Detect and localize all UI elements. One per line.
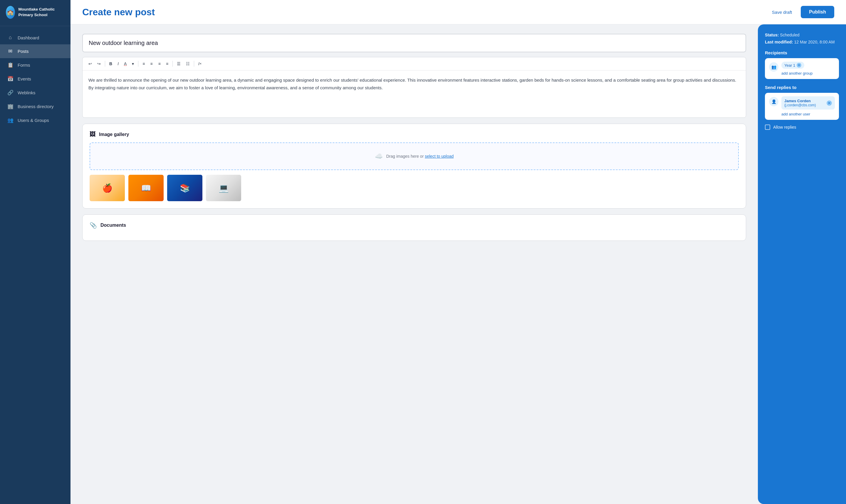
- documents-header: 📎 Documents: [90, 222, 739, 229]
- bold-button[interactable]: B: [107, 60, 114, 68]
- image-thumb-1[interactable]: 🍎: [90, 175, 125, 201]
- top-header: Create new post Save draft Publish: [71, 0, 846, 24]
- save-draft-button[interactable]: Save draft: [768, 7, 796, 17]
- clear-format-button[interactable]: I✕: [196, 60, 204, 68]
- add-group-link[interactable]: add another group: [781, 71, 812, 75]
- events-icon: 📅: [7, 76, 14, 82]
- editor-panel: ↩ ↪ B I A ▾ ≡ ≡ ≡ ≡ ☰ ☷ I✕: [71, 24, 758, 504]
- reply-tag-inner: James Corden (j.corden@cbs.com): [784, 99, 816, 107]
- school-logo-avatar: 🏫: [6, 6, 15, 19]
- header-actions: Save draft Publish: [768, 6, 834, 18]
- image-gallery-header: 🖼 Image gallery: [90, 131, 739, 138]
- undo-button[interactable]: ↩: [86, 60, 94, 68]
- recipients-tags-area: Year 1 ✕ add another group: [781, 62, 812, 75]
- year1-tag-remove[interactable]: ✕: [797, 63, 802, 68]
- add-user-link[interactable]: add another user: [781, 112, 835, 116]
- content-area: ↩ ↪ B I A ▾ ≡ ≡ ≡ ≡ ☰ ☷ I✕: [71, 24, 846, 504]
- last-modified-row: Last modified: 12 Mar 2020, 8:00 AM: [765, 40, 839, 44]
- allow-replies-row: Allow replies: [765, 125, 839, 130]
- image-thumb-4[interactable]: 💻: [206, 175, 241, 201]
- image-gallery-card: 🖼 Image gallery ☁️ Drag images here or s…: [82, 124, 746, 209]
- year1-tag-label: Year 1: [784, 63, 795, 68]
- sidebar-label-dashboard: Dashboard: [18, 35, 39, 40]
- sidebar-nav: ⌂ Dashboard ✉ Posts 📋 Forms 📅 Events 🔗 W…: [0, 26, 71, 504]
- align-left-button[interactable]: ≡: [140, 60, 147, 68]
- status-label: Status:: [765, 33, 779, 37]
- sidebar-item-dashboard[interactable]: ⌂ Dashboard: [0, 31, 71, 44]
- reply-user-name: James Corden: [784, 99, 811, 103]
- toolbar-divider-4: [194, 61, 194, 67]
- sidebar-logo: 🏫 Mountlake Catholic Primary School: [0, 0, 71, 26]
- editor-body[interactable]: We are thrilled to announce the opening …: [83, 71, 746, 118]
- page-title: Create new post: [82, 7, 155, 18]
- users-groups-icon: 👥: [7, 117, 14, 123]
- send-replies-section-title: Send replies to: [765, 85, 839, 90]
- recipients-inner: 👥 Year 1 ✕ add another group: [769, 62, 835, 75]
- toolbar-divider-1: [105, 61, 105, 67]
- status-row: Status: Scheduled: [765, 33, 839, 37]
- sidebar-item-users-groups[interactable]: 👥 Users & Groups: [0, 113, 71, 127]
- dashboard-icon: ⌂: [7, 35, 14, 40]
- sidebar-label-business-directory: Business directory: [18, 104, 54, 109]
- rich-text-editor: ↩ ↪ B I A ▾ ≡ ≡ ≡ ≡ ☰ ☷ I✕: [82, 57, 746, 118]
- recipients-section-title: Recipients: [765, 50, 839, 55]
- business-directory-icon: 🏢: [7, 103, 14, 110]
- image-thumb-2[interactable]: 📖: [128, 175, 164, 201]
- sidebar-label-forms: Forms: [18, 62, 30, 68]
- tags-area: Year 1 ✕: [781, 62, 812, 69]
- image-grid: 🍎 📖 📚 💻: [90, 175, 739, 201]
- font-color-dropdown[interactable]: ▾: [129, 60, 136, 68]
- unordered-list-button[interactable]: ☰: [175, 60, 183, 68]
- ordered-list-button[interactable]: ☷: [184, 60, 192, 68]
- publish-button[interactable]: Publish: [801, 6, 834, 18]
- sidebar-label-posts: Posts: [18, 49, 29, 54]
- reply-user-tag: James Corden (j.corden@cbs.com) ✕: [781, 96, 835, 110]
- reply-user-icon: 👤: [769, 97, 778, 106]
- documents-card: 📎 Documents: [82, 214, 746, 241]
- replies-inner: 👤 James Corden (j.corden@cbs.com) ✕ add …: [769, 96, 835, 116]
- post-title-input[interactable]: [82, 34, 746, 52]
- sidebar-item-weblinks[interactable]: 🔗 Weblinks: [0, 86, 71, 100]
- align-justify-button[interactable]: ≡: [164, 60, 171, 68]
- main-area: Create new post Save draft Publish ↩ ↪ B…: [71, 0, 846, 504]
- image-gallery-label: Image gallery: [99, 132, 129, 137]
- replies-content: James Corden (j.corden@cbs.com) ✕ add an…: [781, 96, 835, 116]
- allow-replies-label: Allow replies: [773, 125, 796, 129]
- editor-toolbar: ↩ ↪ B I A ▾ ≡ ≡ ≡ ≡ ☰ ☷ I✕: [83, 57, 746, 71]
- documents-icon: 📎: [90, 222, 97, 229]
- sidebar-item-forms[interactable]: 📋 Forms: [0, 58, 71, 72]
- school-name: Mountlake Catholic Primary School: [18, 7, 65, 18]
- right-sidebar: Status: Scheduled Last modified: 12 Mar …: [758, 24, 846, 504]
- toolbar-divider-3: [173, 61, 173, 67]
- sidebar-label-weblinks: Weblinks: [18, 90, 36, 95]
- upload-area[interactable]: ☁️ Drag images here or select to upload: [90, 142, 739, 170]
- logo-emoji: 🏫: [7, 9, 14, 16]
- sidebar-item-events[interactable]: 📅 Events: [0, 72, 71, 86]
- recipients-box: 👥 Year 1 ✕ add another group: [765, 58, 839, 79]
- posts-icon: ✉: [7, 48, 14, 54]
- reply-user-email: (j.corden@cbs.com): [784, 103, 816, 107]
- forms-icon: 📋: [7, 62, 14, 68]
- upload-cloud-icon: ☁️: [375, 152, 383, 160]
- sidebar-label-users-groups: Users & Groups: [18, 118, 49, 123]
- image-gallery-icon: 🖼: [90, 131, 95, 138]
- font-color-button[interactable]: A: [122, 60, 129, 68]
- year1-tag: Year 1 ✕: [781, 62, 804, 69]
- last-modified-label: Last modified:: [765, 40, 793, 44]
- last-modified-value: 12 Mar 2020, 8:00 AM: [794, 40, 835, 44]
- align-right-button[interactable]: ≡: [156, 60, 163, 68]
- upload-link[interactable]: select to upload: [425, 154, 453, 159]
- italic-button[interactable]: I: [115, 60, 121, 68]
- weblinks-icon: 🔗: [7, 90, 14, 96]
- sidebar-label-events: Events: [18, 76, 31, 82]
- sidebar-item-posts[interactable]: ✉ Posts: [0, 44, 71, 58]
- align-center-button[interactable]: ≡: [148, 60, 156, 68]
- sidebar: 🏫 Mountlake Catholic Primary School ⌂ Da…: [0, 0, 71, 504]
- documents-label: Documents: [101, 223, 126, 228]
- upload-text: Drag images here or select to upload: [386, 154, 454, 159]
- sidebar-item-business-directory[interactable]: 🏢 Business directory: [0, 100, 71, 113]
- redo-button[interactable]: ↪: [95, 60, 103, 68]
- image-thumb-3[interactable]: 📚: [167, 175, 202, 201]
- reply-user-remove[interactable]: ✕: [827, 101, 832, 106]
- allow-replies-checkbox[interactable]: [765, 125, 770, 130]
